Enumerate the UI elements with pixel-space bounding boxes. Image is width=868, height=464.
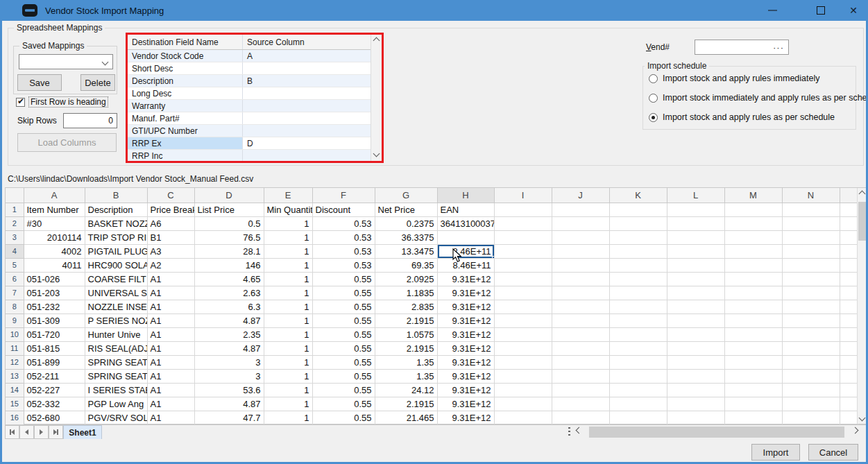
cell-N4[interactable] [782, 244, 840, 258]
mapping-row[interactable]: RRP ExD [128, 137, 371, 150]
delete-button[interactable]: Delete [80, 74, 115, 91]
cell-D10[interactable]: 2.35 [194, 327, 264, 341]
first-sheet-button[interactable] [5, 425, 19, 439]
cell-J12[interactable] [552, 355, 609, 369]
destination-field-column-header[interactable]: Destination Field Name [128, 35, 243, 49]
cell-J2[interactable] [552, 216, 609, 230]
cell-C4[interactable]: A3 [147, 244, 194, 258]
cell-N13[interactable] [782, 369, 840, 383]
cell-I5[interactable] [494, 258, 552, 272]
row-header-4[interactable]: 4 [6, 244, 24, 258]
cell-E3[interactable]: 1 [264, 230, 312, 244]
cell-M7[interactable] [724, 286, 782, 300]
cell-I7[interactable] [494, 286, 552, 300]
cell-H10[interactable]: 9.31E+12 [437, 327, 494, 341]
cell-C1[interactable]: Price Break C [147, 203, 194, 216]
cell-D8[interactable]: 6.3 [194, 300, 264, 313]
column-header-F[interactable]: F [312, 188, 375, 203]
cell-I14[interactable] [494, 383, 552, 397]
cell-C2[interactable]: A6 [147, 216, 194, 230]
cell-K13[interactable] [609, 369, 667, 383]
radio-icon[interactable] [649, 74, 658, 83]
cell-D15[interactable]: 4.87 [194, 397, 264, 411]
mapping-grid-scrollbar[interactable] [371, 35, 382, 161]
cell-B9[interactable]: P SERIES NOZ [85, 313, 147, 327]
cell-J13[interactable] [552, 369, 609, 383]
cell-A5[interactable]: 4011 [24, 258, 85, 272]
cell-J8[interactable] [552, 300, 609, 313]
cell-C11[interactable]: A1 [147, 341, 194, 355]
cell-D12[interactable]: 3 [194, 355, 264, 369]
cell-K2[interactable] [609, 216, 667, 230]
cell-A16[interactable]: 052-680 [24, 411, 85, 424]
sheet-tab[interactable]: Sheet1 [63, 425, 102, 440]
scroll-left-icon[interactable] [576, 427, 583, 434]
import-schedule-option[interactable]: Import stock immediately and apply rules… [649, 93, 868, 103]
cell-I11[interactable] [494, 341, 552, 355]
import-button[interactable]: Import [751, 444, 800, 461]
cell-K4[interactable] [609, 244, 667, 258]
cell-A13[interactable]: 052-211 [24, 369, 85, 383]
cell-M2[interactable] [724, 216, 782, 230]
cell-I8[interactable] [494, 300, 552, 313]
cell-D7[interactable]: 2.63 [194, 286, 264, 300]
cell-J14[interactable] [552, 383, 609, 397]
cell-E15[interactable]: 1 [264, 397, 312, 411]
cell-K11[interactable] [609, 341, 667, 355]
cell-M11[interactable] [724, 341, 782, 355]
cell-M9[interactable] [724, 313, 782, 327]
import-schedule-option[interactable]: Import stock and apply rules immediately [649, 74, 819, 83]
cell-H2[interactable]: 36413100037 [437, 216, 494, 230]
cell-C9[interactable]: A1 [147, 313, 194, 327]
source-column-cell[interactable] [243, 100, 371, 112]
column-header-G[interactable]: G [375, 188, 437, 203]
cell-G5[interactable]: 69.35 [375, 258, 437, 272]
cell-K6[interactable] [609, 272, 667, 286]
cell-G7[interactable]: 1.1835 [375, 286, 437, 300]
cell-L14[interactable] [667, 383, 724, 397]
mapping-row[interactable]: Warranty [128, 100, 371, 112]
row-header-3[interactable]: 3 [6, 230, 24, 244]
cell-F12[interactable]: 0.55 [312, 355, 375, 369]
cell-J15[interactable] [552, 397, 609, 411]
column-header-J[interactable]: J [552, 188, 609, 203]
cell-G15[interactable]: 2.1915 [375, 397, 437, 411]
cell-D2[interactable]: 0.5 [194, 216, 264, 230]
column-header-N[interactable]: N [782, 188, 840, 203]
saved-mappings-combobox[interactable] [19, 54, 113, 69]
cell-C15[interactable]: A1 [147, 397, 194, 411]
cell-E1[interactable]: Min Quantity [264, 203, 312, 216]
row-header-11[interactable]: 11 [6, 341, 24, 355]
scroll-down-icon[interactable] [373, 151, 380, 157]
row-header-9[interactable]: 9 [6, 313, 24, 327]
cell-H1[interactable]: EAN [437, 203, 494, 216]
cell-M5[interactable] [724, 258, 782, 272]
radio-icon[interactable] [649, 113, 658, 122]
cell-A8[interactable]: 051-232 [24, 300, 85, 313]
import-schedule-option[interactable]: Import stock and apply rules as per sche… [649, 112, 835, 122]
cell-G1[interactable]: Net Price [375, 203, 437, 216]
row-header-8[interactable]: 8 [6, 300, 24, 313]
cell-B3[interactable]: TRIP STOP RI [85, 230, 147, 244]
destination-field-cell[interactable]: RRP Ex [128, 137, 243, 149]
cell-N3[interactable] [782, 230, 840, 244]
destination-field-cell[interactable]: Warranty [128, 100, 243, 112]
scroll-up-icon[interactable] [859, 191, 866, 198]
cell-A6[interactable]: 051-026 [24, 272, 85, 286]
row-header-10[interactable]: 10 [6, 327, 24, 341]
destination-field-cell[interactable]: Manuf. Part# [128, 112, 243, 124]
cell-L5[interactable] [667, 258, 724, 272]
cell-L2[interactable] [667, 216, 724, 230]
cell-F14[interactable]: 0.55 [312, 383, 375, 397]
save-button[interactable]: Save [17, 74, 62, 91]
cell-K3[interactable] [609, 230, 667, 244]
cell-E9[interactable]: 1 [264, 313, 312, 327]
cell-J3[interactable] [552, 230, 609, 244]
cell-E6[interactable]: 1 [264, 272, 312, 286]
cell-F13[interactable]: 0.55 [312, 369, 375, 383]
scroll-down-icon[interactable] [859, 415, 866, 422]
cell-E8[interactable]: 1 [264, 300, 312, 313]
cell-A1[interactable]: Item Number [24, 203, 85, 216]
cell-K9[interactable] [609, 313, 667, 327]
cell-L1[interactable] [667, 203, 724, 216]
